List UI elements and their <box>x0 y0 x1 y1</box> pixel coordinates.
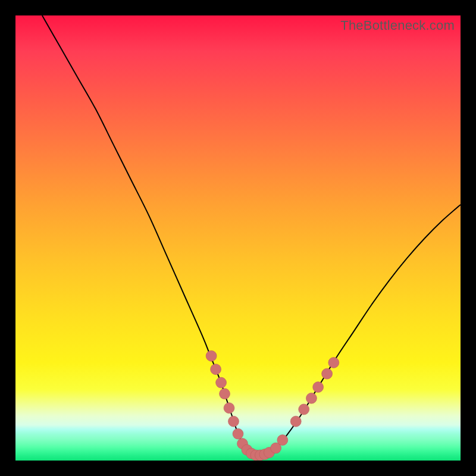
chart-marker <box>328 357 339 368</box>
chart-marker <box>233 428 243 439</box>
chart-curve <box>42 15 461 456</box>
chart-marker <box>299 404 309 415</box>
chart-marker <box>322 368 333 379</box>
chart-marker <box>277 435 288 446</box>
chart-marker <box>216 377 227 388</box>
chart-marker <box>220 389 230 399</box>
chart-marker <box>228 416 239 427</box>
chart-marker <box>290 416 301 427</box>
chart-marker <box>306 393 317 403</box>
chart-marker <box>211 364 221 375</box>
chart-area: TheBottleneck.com <box>15 15 461 461</box>
chart-svg <box>15 15 461 461</box>
chart-marker <box>313 382 324 393</box>
chart-marker <box>224 403 234 414</box>
chart-markers <box>206 350 339 461</box>
chart-marker <box>206 350 217 361</box>
